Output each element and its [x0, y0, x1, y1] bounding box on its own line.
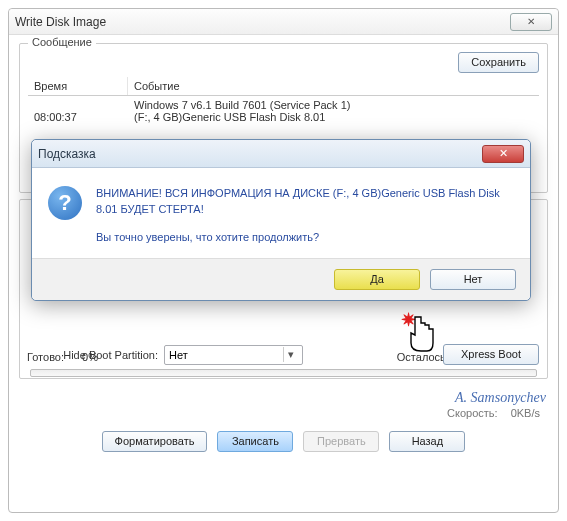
dialog-buttons: Да Нет — [32, 258, 530, 300]
hide-boot-label: Hide Boot Partition: — [28, 349, 158, 361]
speed-value: 0KB/s — [511, 407, 540, 419]
hide-boot-value: Нет — [169, 349, 188, 361]
log-event: (F:, 4 GB)Generic USB Flash Disk 8.01 — [128, 111, 539, 123]
col-time-header[interactable]: Время — [28, 77, 128, 95]
titlebar[interactable]: Write Disk Image ✕ — [9, 9, 558, 35]
dialog-close-icon[interactable]: ✕ — [482, 145, 524, 163]
confirm-dialog: Подсказка ✕ ? ВНИМАНИЕ! ВСЯ ИНФОРМАЦИЯ Н… — [31, 139, 531, 301]
dialog-text: ВНИМАНИЕ! ВСЯ ИНФОРМАЦИЯ НА ДИСКЕ (F:, 4… — [96, 186, 514, 246]
no-button[interactable]: Нет — [430, 269, 516, 290]
hide-boot-row: Hide Boot Partition: Нет ▾ Xpress Boot — [28, 344, 539, 365]
log-time — [28, 99, 128, 111]
main-window: Write Disk Image ✕ Сообщение Сохранить В… — [8, 8, 559, 513]
dialog-title: Подсказка — [38, 147, 96, 161]
chevron-down-icon: ▾ — [283, 347, 298, 362]
question-icon: ? — [48, 186, 82, 220]
log-time: 08:00:37 — [28, 111, 128, 123]
window-title: Write Disk Image — [15, 15, 106, 29]
log-event: Windows 7 v6.1 Build 7601 (Service Pack … — [128, 99, 539, 111]
format-button[interactable]: Форматировать — [102, 431, 208, 452]
abort-button: Прервать — [303, 431, 379, 452]
yes-button[interactable]: Да — [334, 269, 420, 290]
back-button[interactable]: Назад — [389, 431, 465, 452]
close-icon[interactable]: ✕ — [510, 13, 552, 31]
speed-row: Скорость: 0KB/s — [19, 407, 548, 419]
speed-label: Скорость: — [447, 407, 498, 419]
bottom-buttons: Форматировать Записать Прервать Назад — [19, 431, 548, 452]
hide-boot-select[interactable]: Нет ▾ — [164, 345, 303, 365]
dialog-confirm-line: Вы точно уверены, что хотите продолжить? — [96, 230, 514, 246]
write-button[interactable]: Записать — [217, 431, 293, 452]
dialog-warning-line: ВНИМАНИЕ! ВСЯ ИНФОРМАЦИЯ НА ДИСКЕ (F:, 4… — [96, 186, 514, 218]
log-row: 08:00:37 (F:, 4 GB)Generic USB Flash Dis… — [28, 111, 539, 123]
xpress-boot-button[interactable]: Xpress Boot — [443, 344, 539, 365]
save-log-button[interactable]: Сохранить — [458, 52, 539, 73]
signature: A. Samsonychev — [455, 390, 546, 406]
col-event-header[interactable]: Событие — [128, 77, 539, 95]
log-group-label: Сообщение — [28, 36, 96, 48]
log-row: Windows 7 v6.1 Build 7601 (Service Pack … — [28, 99, 539, 111]
log-header: Время Событие — [28, 77, 539, 96]
dialog-titlebar[interactable]: Подсказка ✕ — [32, 140, 530, 168]
progress-bar — [30, 369, 537, 377]
